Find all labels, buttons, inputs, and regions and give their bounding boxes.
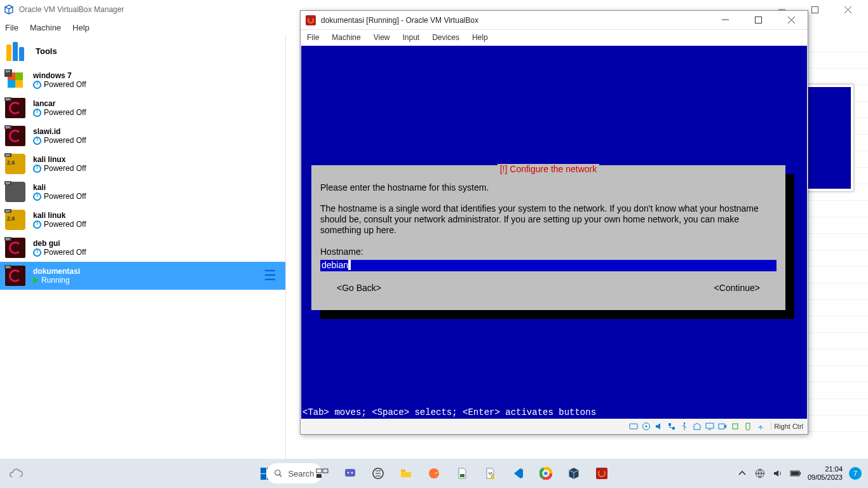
vm-os-icon: 64 <box>5 126 25 146</box>
go-back-button[interactable]: <Go Back> <box>337 283 381 293</box>
task-view-button[interactable] <box>309 460 336 487</box>
status-usb-icon[interactable] <box>679 421 689 431</box>
vm-name: kali <box>33 183 86 192</box>
tools-icon <box>6 41 27 61</box>
svg-rect-12 <box>316 469 322 473</box>
taskbar-vbox-mgr-icon[interactable] <box>560 460 587 487</box>
vm-entry-dokumentasi[interactable]: 64dokumentasiRunning☰ <box>0 262 285 290</box>
status-hdd-icon[interactable] <box>628 421 639 431</box>
vmwin-menu-input[interactable]: Input <box>403 33 420 42</box>
vm-entry-kali[interactable]: 64kaliPowered Off <box>0 178 285 206</box>
tools-label: Tools <box>36 46 57 56</box>
status-shared-icon[interactable] <box>692 421 702 431</box>
vm-os-icon: 64 <box>5 238 25 258</box>
vmwin-menu-help[interactable]: Help <box>472 33 488 42</box>
vm-entry-kali-linuk[interactable]: 64kali linukPowered Off <box>0 206 285 234</box>
vm-state: Powered Off <box>33 164 86 173</box>
weather-widget[interactable] <box>5 463 27 484</box>
tray-clock[interactable]: 21:04 09/05/2023 <box>808 465 843 481</box>
tray-volume-icon[interactable] <box>772 468 783 479</box>
taskbar-vbox-vm-icon[interactable] <box>588 460 615 487</box>
vmwin-maximize-button[interactable] <box>744 11 772 29</box>
taskbar-chat-icon[interactable] <box>337 460 363 487</box>
manager-close-button[interactable] <box>834 1 862 18</box>
svg-rect-10 <box>733 424 738 429</box>
vm-state: Powered Off <box>33 192 86 201</box>
power-off-icon <box>33 220 41 229</box>
vm-details-toggle-icon[interactable]: ☰ <box>264 268 276 284</box>
status-audio-icon[interactable] <box>654 421 664 431</box>
vmwin-close-button[interactable] <box>777 11 805 29</box>
hostname-input[interactable]: debian <box>320 260 776 271</box>
running-icon <box>33 277 39 283</box>
svg-rect-9 <box>719 424 724 429</box>
svg-rect-15 <box>345 469 355 477</box>
svg-rect-14 <box>316 474 322 478</box>
status-display-icon[interactable] <box>705 421 715 431</box>
tray-lang-icon[interactable] <box>754 468 766 479</box>
vbox-cube-icon <box>4 4 14 15</box>
status-record-icon[interactable] <box>717 421 728 431</box>
power-off-icon <box>33 137 41 145</box>
status-cd-icon[interactable] <box>641 421 651 431</box>
vm-os-icon: 64 <box>5 210 25 230</box>
vmwin-menu-machine[interactable]: Machine <box>332 33 360 42</box>
svg-rect-20 <box>460 474 465 477</box>
vm-entry-deb-gui[interactable]: 64deb guiPowered Off <box>0 234 285 262</box>
vmwin-title-text: dokumentasi [Running] - Oracle VM Virtua… <box>321 16 478 25</box>
tray-notification-badge[interactable]: 7 <box>849 467 862 480</box>
tools-entry[interactable]: Tools <box>0 36 285 66</box>
vm-name: slawi.id <box>33 127 86 136</box>
vmwin-menu-view[interactable]: View <box>374 33 390 42</box>
vmwin-minimize-button[interactable] <box>711 11 739 29</box>
taskbar-copilot-icon[interactable] <box>365 460 391 487</box>
vm-name: deb gui <box>33 239 86 248</box>
host-key-label: Right Ctrl <box>771 423 803 430</box>
taskbar-explorer-icon[interactable] <box>393 460 419 487</box>
vmwin-menu-devices[interactable]: Devices <box>432 33 459 42</box>
vmwin-menu-file[interactable]: File <box>307 33 319 42</box>
vm-name: kali linuk <box>33 211 86 220</box>
status-keyboard-icon[interactable] <box>756 421 766 431</box>
guest-framebuffer[interactable]: ──────────────────────────────── [!] Con… <box>301 46 807 419</box>
manager-menu-file[interactable]: File <box>5 23 18 32</box>
vm-os-icon: 64 <box>5 154 25 174</box>
taskbar-doc2-icon[interactable] <box>477 460 503 487</box>
power-off-icon <box>33 193 41 201</box>
taskbar-doc1-icon[interactable] <box>449 460 475 487</box>
search-button[interactable]: Search <box>281 460 308 487</box>
power-off-icon <box>33 109 41 117</box>
svg-point-11 <box>275 470 280 475</box>
status-mouse-icon[interactable] <box>743 421 753 431</box>
vm-os-icon: 64 <box>5 266 25 286</box>
vm-entry-slawi.id[interactable]: 64slawi.idPowered Off <box>0 122 285 150</box>
taskbar-vscode-icon[interactable] <box>505 460 531 487</box>
vmwin-titlebar[interactable]: dokumentasi [Running] - Oracle VM Virtua… <box>301 11 808 30</box>
power-off-icon <box>33 248 41 257</box>
svg-rect-13 <box>323 469 328 473</box>
status-net-icon[interactable] <box>667 421 677 431</box>
manager-menu-machine[interactable]: Machine <box>30 23 61 32</box>
svg-rect-18 <box>401 470 405 471</box>
svg-rect-1 <box>755 17 761 24</box>
taskbar-firefox-icon[interactable] <box>421 460 447 487</box>
tray-chevron-icon[interactable] <box>736 468 748 479</box>
continue-button[interactable]: <Continue> <box>714 283 760 293</box>
tray-battery-icon[interactable] <box>790 468 801 479</box>
vm-entry-lancar[interactable]: 64lancarPowered Off <box>0 94 285 122</box>
tray-time: 21:04 <box>808 465 843 473</box>
vm-state: Powered Off <box>33 80 86 89</box>
taskbar-chrome-icon[interactable] <box>532 460 559 487</box>
vm-entry-windows-7[interactable]: 64windows 7Powered Off <box>0 66 285 94</box>
svg-rect-0 <box>811 6 818 13</box>
status-cpu-icon[interactable] <box>730 421 740 431</box>
vbox-app-icon <box>306 15 316 25</box>
vm-state: Powered Off <box>33 136 86 145</box>
svg-rect-31 <box>791 471 799 475</box>
svg-point-21 <box>491 475 494 478</box>
svg-rect-8 <box>706 423 714 428</box>
manager-menu-help[interactable]: Help <box>72 23 90 32</box>
vm-entry-kali-linux[interactable]: 64kali linuxPowered Off <box>0 150 285 178</box>
windows-taskbar: Search 21:04 09/05/2023 7 <box>0 459 868 488</box>
svg-rect-2 <box>630 424 637 429</box>
